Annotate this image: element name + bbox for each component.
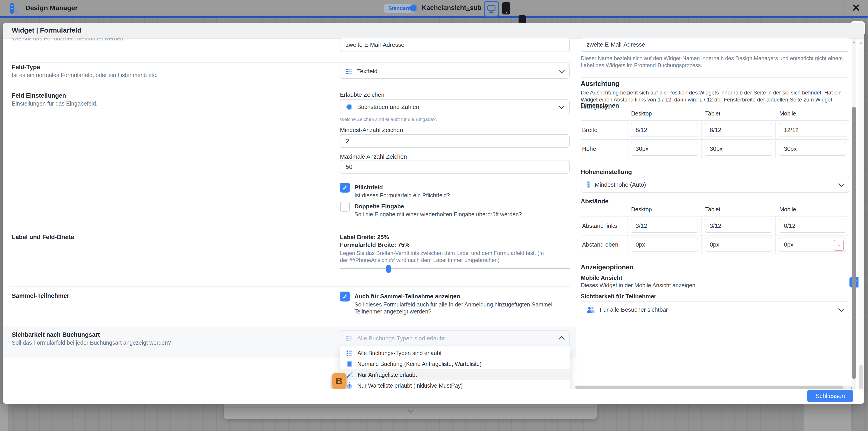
menu-option-alle-typen[interactable]: Alle Buchungs-Typen sind erlaubt [340,348,570,359]
chevron-down-icon [559,103,565,109]
row-label: Abstand oben [581,235,627,254]
sammel-checkbox[interactable]: ✓ [340,291,350,302]
doppelte-eingabe-sub: Soll die Eingabe mit einer wiederholten … [354,211,522,218]
row-label: Abstand links [581,216,627,235]
list-icon [346,335,352,342]
min-zeichen-input[interactable]: 2 [340,134,569,148]
breite-desktop-input[interactable]: 8/12 [631,123,698,137]
extension-marker-icon: ·· [834,240,844,251]
chevron-down-icon [559,67,565,73]
list-icon [346,68,352,74]
widget-name-input-right[interactable]: zweite E-Mail-Adresse [581,38,849,52]
abstand-oben-tablet-input[interactable]: 0px [705,238,772,251]
close-designer-icon[interactable]: ✕ [852,3,861,13]
outer-vertical-scrollbar[interactable]: ▲ ▼ [859,39,864,402]
outer-scrollbar-thumb[interactable] [859,365,863,392]
chevron-down-icon [838,181,844,187]
option-label: Nur Anfrageliste erlaubt [358,372,417,378]
breite-help: Legen Sie das Breiten-Verhältnis zwische… [340,249,550,264]
widget-name-input[interactable]: zweite E-Mail-Adresse [340,38,569,52]
doppelte-eingabe-label: Doppelte Eingabe [354,203,404,210]
doppelte-eingabe-checkbox[interactable] [340,202,350,212]
cell-value: 30px [710,145,722,152]
breite-slider[interactable] [340,268,569,269]
feld-type-select[interactable]: Textfeld [340,64,569,79]
feld-type-label: Feld-Type [12,64,40,71]
buchungsart-menu: Alle Buchungs-Typen sind erlaubt Normale… [340,346,570,389]
col-header: Desktop [627,206,701,216]
table-cell: 0px [627,235,701,254]
col-header: Tablet [701,110,775,120]
abstand-oben-desktop-input[interactable]: 0px [631,238,698,251]
menu-option-nur-warteliste[interactable]: Nur Warteliste erlaubt (Inklusive MustPa… [340,380,570,389]
breite-tablet-input[interactable]: 8/12 [705,123,772,137]
abstand-links-tablet-input[interactable]: 3/12 [705,219,772,233]
option-label: Normale Buchung (Keine Anfrageliste, War… [358,361,482,367]
stopwatch-icon [346,382,353,389]
desktop-view-button[interactable] [484,1,499,17]
corner-cell [581,206,627,216]
layout-selector[interactable]: Kachelansicht_sub [422,4,482,11]
erlaubte-zeichen-value: Buchstaben und Zahlen [357,103,555,111]
sammel-teilnehmer-label: Sammel-Teilnehmer [12,293,69,300]
sichtbarkeit-label: Sichtbarkeit für Teilnehmer [581,293,656,300]
menu-option-nur-anfrageliste[interactable]: Nur Anfrageliste erlaubt [340,369,570,380]
hoehe-desktop-input[interactable]: 30px [631,142,698,156]
ausrichtung-title: Ausrichtung [581,80,619,88]
annotation-badge-b: B [332,373,346,389]
table-cell: 8/12 [627,120,701,139]
buchungsart-label: Sichbarkeit nach Buchungsart [12,331,100,338]
erlaubte-zeichen-select[interactable]: Buchstaben und Zahlen [340,99,569,114]
max-zeichen-input[interactable]: 50 [340,160,569,174]
col-header: Mobile [775,206,849,216]
formularfeld-breite-value: Formularfeld Breite: 75% [340,241,410,248]
feld-type-value: Textfeld [357,68,555,75]
hoeheneinstellung-select[interactable]: Mindesthöhe (Auto) [581,177,849,192]
topbar-divider [844,0,844,16]
menu-option-normale-buchung[interactable]: Normale Buchung (Keine Anfrageliste, War… [340,359,570,369]
horizontal-scrollbar-thumb[interactable] [575,386,843,389]
min-zeichen-label: Mindest-Anzahl Zeichen [340,127,403,133]
chevron-down-icon [838,306,844,312]
divider [9,84,569,84]
magic-wand-icon [346,371,353,378]
layout-status-dot [410,5,416,11]
option-label: Alle Buchungs-Typen sind erlaubt [358,350,441,357]
people-icon [587,306,595,313]
abstand-oben-mobile-input[interactable]: 0px ·· [779,238,846,251]
inner-scrollbar-thumb[interactable] [852,107,856,379]
table-cell: 30px [701,139,775,158]
abstand-links-mobile-input[interactable]: 0/12 [779,219,846,233]
cell-value: 0px [710,241,719,248]
slider-thumb[interactable] [386,265,391,273]
pflichtfeld-sub: Ist dieses Formularfeld ein Pflichtfeld? [354,192,450,199]
hoehe-tablet-input[interactable]: 30px [705,142,772,156]
cell-value: 3/12 [636,222,647,229]
col-header: Mobile [775,110,849,120]
inner-vertical-scrollbar[interactable]: ▲ [852,39,856,389]
horizontal-scrollbar[interactable]: ▸ [575,386,853,389]
sammel-check-label: Auch für Sammel-Teilnahme anzeigen [354,293,460,300]
modal-header: Widget | Formularfeld [3,23,864,39]
pflichtfeld-checkbox[interactable]: ✓ [340,183,350,192]
buchungsart-select[interactable]: Alle Buchungs-Typen sind erlaubt [340,331,569,346]
min-zeichen-value: 2 [346,137,349,145]
hoeheneinstellung-label: Höheneinstellung [581,168,632,176]
min-height-icon [587,181,590,188]
cell-value: 30px [784,145,797,152]
abstand-links-desktop-input[interactable]: 3/12 [631,219,698,233]
widget-name-value: zweite E-Mail-Adresse [346,41,404,49]
max-zeichen-label: Maximale Anzahl Zeichen [340,153,407,160]
scroll-up-icon[interactable]: ▲ [852,40,856,44]
scroll-up-icon[interactable]: ▲ [860,41,863,45]
breite-mobile-input[interactable]: 12/12 [779,123,846,137]
anzeigeoptionen-title: Anzeigeoptionen [581,264,633,271]
hoehe-mobile-input[interactable]: 30px [779,142,846,156]
pflichtfeld-label: Pflichtfeld [354,184,383,191]
sichtbarkeit-select[interactable]: Für alle Besucher sichtbar [581,301,849,318]
tablet-view-button[interactable] [502,2,510,14]
abstaende-title: Abstände [581,198,609,205]
close-button[interactable]: Schliessen [807,390,853,402]
modal-body: Wie soll das Formularfeld beschriftet we… [3,38,864,389]
erlaubte-zeichen-help: Welche Zeichen sind erlaubt für die Eing… [340,117,437,122]
